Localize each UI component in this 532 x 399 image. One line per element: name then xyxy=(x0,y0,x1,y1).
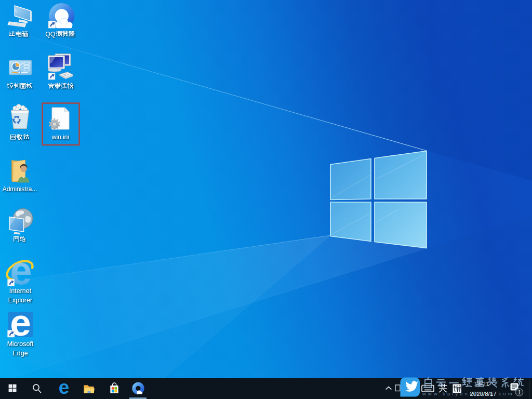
svg-text:13:21: 13:21 xyxy=(474,381,489,387)
svg-text:QQ: QQ xyxy=(45,31,56,38)
svg-text:Administra...: Administra... xyxy=(3,185,37,193)
svg-text:Edge: Edge xyxy=(12,350,28,357)
svg-text:Explorer: Explorer xyxy=(8,297,33,304)
svg-text:e: e xyxy=(59,377,70,398)
svg-text:1: 1 xyxy=(518,390,521,395)
svg-text:www.baiyunxitong.com: www.baiyunxitong.com xyxy=(422,391,514,396)
svg-text:Internet: Internet xyxy=(9,287,32,295)
svg-text:win.ini: win.ini xyxy=(51,134,69,141)
svg-text:Microsoft: Microsoft xyxy=(7,340,34,348)
svg-text:2020/8/17: 2020/8/17 xyxy=(470,391,496,397)
